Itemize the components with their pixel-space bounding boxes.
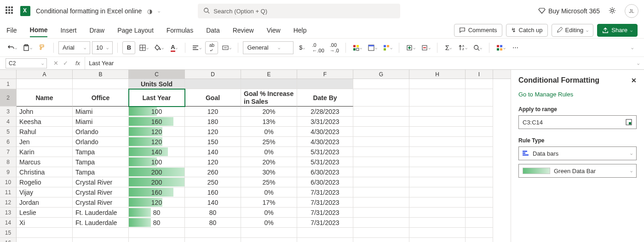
cell-A5[interactable]: Rahul (17, 127, 73, 137)
catchup-button[interactable]: ↯ Catch up (506, 24, 548, 37)
cell-A8[interactable]: Marcus (17, 157, 73, 167)
rule-type-select[interactable]: Data bars ⌵ (518, 146, 637, 160)
cancel-formula-icon[interactable]: ✕ (53, 60, 58, 67)
cell-B13[interactable]: Ft. Lauderdale (73, 208, 129, 218)
cell-H10[interactable] (409, 177, 466, 187)
cell-G1[interactable] (353, 79, 409, 89)
row-header-8[interactable]: 8 (0, 157, 17, 167)
cell-I14[interactable] (466, 218, 493, 228)
cell-I3[interactable] (466, 107, 493, 117)
cell-C2[interactable]: Last Year (129, 89, 185, 107)
cell-G11[interactable] (353, 187, 409, 197)
cell-H2[interactable] (409, 89, 466, 107)
cell-F13[interactable]: 7/31/2023 (297, 208, 353, 218)
cell-C10[interactable]: 200 (129, 177, 185, 187)
cell-G16[interactable] (353, 238, 409, 242)
cell-A4[interactable]: Keesha (17, 117, 73, 127)
row-header-10[interactable]: 10 (0, 177, 17, 187)
cell-D12[interactable]: 140 (185, 197, 241, 208)
cell-F8[interactable]: 5/31/2023 (297, 157, 353, 167)
cell-B4[interactable]: Miami (73, 117, 129, 127)
increase-decimal-button[interactable]: .0←.00 (310, 41, 326, 54)
cell-B11[interactable]: Crystal River (73, 187, 129, 197)
cell-G15[interactable] (353, 228, 409, 238)
row-header-3[interactable]: 3 (0, 107, 17, 117)
cell-I15[interactable] (466, 228, 493, 238)
row-header-14[interactable]: 14 (0, 218, 17, 228)
cell-C3[interactable]: 100 (129, 107, 185, 117)
row-header-15[interactable]: 15 (0, 228, 17, 238)
row-header-13[interactable]: 13 (0, 208, 17, 218)
borders-button[interactable]: ⌵ (137, 41, 150, 54)
cell-I7[interactable] (466, 147, 493, 157)
share-button[interactable]: Share ⌵ (597, 24, 638, 37)
cell-A14[interactable]: Xi (17, 218, 73, 228)
formula-input[interactable]: Last Year (85, 60, 632, 67)
cell-D13[interactable]: 80 (185, 208, 241, 218)
tab-draw[interactable]: Draw (89, 24, 104, 37)
cell-D16[interactable] (185, 238, 241, 242)
tab-insert[interactable]: Insert (60, 24, 76, 37)
cell-E4[interactable]: 13% (241, 117, 297, 127)
cell-C11[interactable]: 160 (129, 187, 185, 197)
fill-color-button[interactable]: ⌵ (152, 41, 166, 54)
cell-G6[interactable] (353, 137, 409, 147)
paste-button[interactable]: ⌵ (21, 41, 34, 54)
cell-B7[interactable]: Tampa (73, 147, 129, 157)
cell-B16[interactable] (73, 238, 129, 242)
cell-D8[interactable]: 120 (185, 157, 241, 167)
cell-F3[interactable]: 2/28/2023 (297, 107, 353, 117)
column-header-D[interactable]: D (185, 70, 241, 79)
cell-styles-button[interactable]: ⌵ (381, 41, 394, 54)
cell-B6[interactable]: Orlando (73, 137, 129, 147)
close-panel-button[interactable]: ✕ (631, 77, 637, 84)
cell-F9[interactable]: 6/30/2023 (297, 167, 353, 177)
cell-I11[interactable] (466, 187, 493, 197)
collapse-ribbon-button[interactable]: ⌵ (626, 41, 638, 54)
number-format-select[interactable]: General⌵ (243, 41, 293, 54)
cell-D4[interactable]: 180 (185, 117, 241, 127)
cell-E2[interactable]: Goal % Increase in Sales (241, 89, 297, 107)
cell-A10[interactable]: Rogelio (17, 177, 73, 187)
addins-button[interactable]: ⌵ (494, 41, 507, 54)
column-header-I[interactable]: I (466, 70, 493, 79)
cell-A15[interactable] (17, 228, 73, 238)
format-table-button[interactable]: ⌵ (366, 41, 379, 54)
cell-I4[interactable] (466, 117, 493, 127)
cell-D9[interactable]: 260 (185, 167, 241, 177)
cell-C1[interactable]: Units Sold (129, 79, 185, 89)
font-color-button[interactable]: A⌵ (167, 41, 180, 54)
cell-F4[interactable]: 3/31/2023 (297, 117, 353, 127)
cell-F14[interactable]: 7/31/2023 (297, 218, 353, 228)
cell-G10[interactable] (353, 177, 409, 187)
cell-E5[interactable]: 0% (241, 127, 297, 137)
cell-H13[interactable] (409, 208, 466, 218)
cell-A16[interactable] (17, 238, 73, 242)
cell-D1[interactable] (185, 79, 241, 89)
cell-G3[interactable] (353, 107, 409, 117)
insert-cells-button[interactable]: ⌵ (404, 41, 417, 54)
font-name-select[interactable]: Arial⌵ (58, 41, 90, 54)
cell-H5[interactable] (409, 127, 466, 137)
cell-D7[interactable]: 140 (185, 147, 241, 157)
cell-G5[interactable] (353, 127, 409, 137)
document-title[interactable]: Conditional formatting in Excel online (36, 7, 142, 15)
cell-D5[interactable]: 120 (185, 127, 241, 137)
row-header-4[interactable]: 4 (0, 117, 17, 127)
cell-F7[interactable]: 5/31/2023 (297, 147, 353, 157)
cell-B15[interactable] (73, 228, 129, 238)
cell-G12[interactable] (353, 197, 409, 208)
cell-D11[interactable]: 160 (185, 187, 241, 197)
row-header-9[interactable]: 9 (0, 167, 17, 177)
cell-B8[interactable]: Tampa (73, 157, 129, 167)
cell-G9[interactable] (353, 167, 409, 177)
bar-style-select[interactable]: Green Data Bar ⌵ (518, 164, 637, 178)
undo-button[interactable]: ⌵ (6, 41, 19, 54)
cell-I8[interactable] (466, 157, 493, 167)
cell-D10[interactable]: 250 (185, 177, 241, 187)
cell-C6[interactable]: 120 (129, 137, 185, 147)
tab-page-layout[interactable]: Page Layout (117, 24, 154, 37)
cell-H3[interactable] (409, 107, 466, 117)
cell-E15[interactable] (241, 228, 297, 238)
currency-button[interactable]: $⌵ (295, 41, 308, 54)
